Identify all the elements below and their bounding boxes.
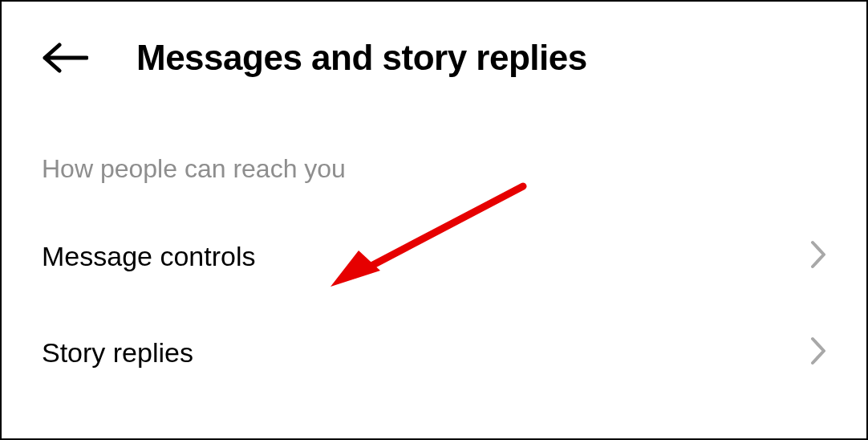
back-arrow-icon <box>42 42 88 74</box>
list-item-label: Story replies <box>42 337 193 369</box>
list-item-label: Message controls <box>42 241 255 272</box>
header: Messages and story replies <box>2 2 866 90</box>
back-button[interactable] <box>42 42 88 74</box>
page-title: Messages and story replies <box>136 38 587 78</box>
section-header: How people can reach you <box>2 90 866 208</box>
settings-list: Message controls Story replies <box>2 208 866 401</box>
list-item-story-replies[interactable]: Story replies <box>42 304 826 401</box>
list-item-message-controls[interactable]: Message controls <box>42 208 826 304</box>
chevron-right-icon <box>810 240 826 272</box>
chevron-right-icon <box>810 336 826 369</box>
